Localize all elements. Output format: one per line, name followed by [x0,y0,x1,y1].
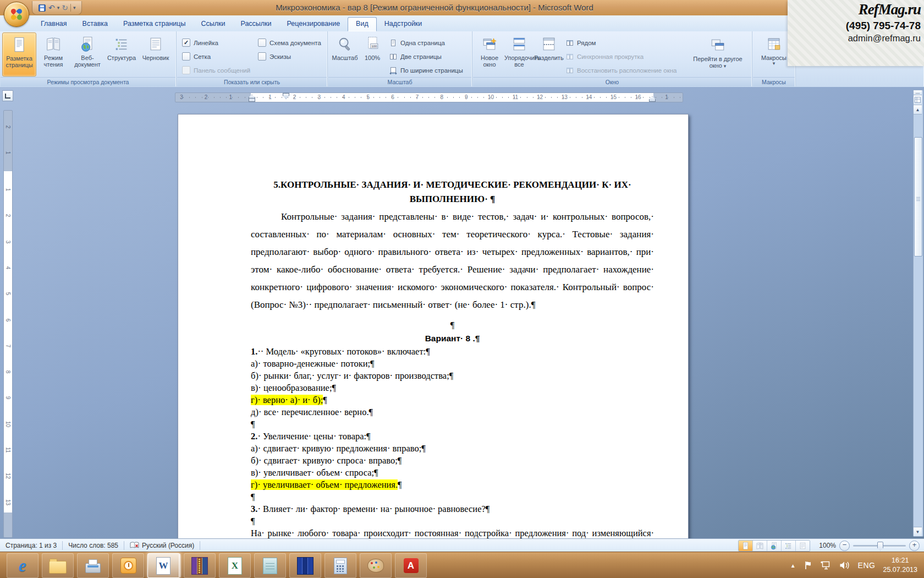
document-line[interactable]: г)· верно· а)· и· б);¶ [251,394,654,406]
taskbar-sticky-notes[interactable] [254,553,286,578]
clock[interactable]: 16:21 25.07.2013 [883,556,921,575]
answer-text: · Увеличение· цены· товара: [257,431,366,441]
scrollbar-thumb[interactable] [914,137,922,257]
gridlines-checkbox[interactable]: Сетка [182,50,250,63]
taskbar-windows-explorer[interactable] [42,553,74,578]
web-layout-button[interactable]: Веб-документ [70,32,105,77]
document-line[interactable]: в)· ценообразование;¶ [251,382,654,394]
customize-qat-icon[interactable]: ▾ [73,5,76,10]
document-line[interactable]: а)· сдвигает· кривую· предложения· вправ… [251,443,654,455]
macros-button[interactable]: Макросы ▾ [756,32,791,77]
taskbar-library[interactable] [289,553,321,578]
taskbar-adobe-reader[interactable]: A [395,553,427,578]
language-indicator[interactable]: ENG [858,561,876,570]
group-show-hide: ✓ЛинейкаСеткаПанель сообщений Схема доку… [177,31,328,86]
save-icon[interactable] [38,4,46,12]
document-line[interactable]: ¶ [251,515,654,527]
office-button[interactable] [4,2,29,27]
document-line[interactable]: а)· товарно-денежные· потоки;¶ [251,358,654,370]
zoom-slider[interactable] [853,545,906,547]
document-page[interactable]: 5.КОНТРОЛЬНЫЕ· ЗАДАНИЯ· И· МЕТОДИЧЕСКИЕ·… [178,114,689,539]
zoom-in-button[interactable]: + [909,541,920,551]
thumbnails-checkbox[interactable]: Эскизы [258,50,321,63]
message-bar-checkbox[interactable]: Панель сообщений [182,63,250,77]
full-screen-reading-button[interactable]: Режим чтения [36,32,70,77]
two-pages-button[interactable]: Две страницы [389,50,463,63]
tab-mailings[interactable]: Рассылки [233,17,279,31]
zoom-100-button[interactable]: 100 100% [360,32,385,77]
tab-page-layout[interactable]: Разметка страницы [116,17,193,31]
document-line[interactable]: 1.·· Модель· «круговых· потоков»· включа… [251,346,654,358]
zoom-level[interactable]: 100% [819,542,836,549]
new-window-button[interactable]: Новое окно [475,32,504,77]
taskbar-word[interactable]: W [147,553,180,578]
network-icon[interactable] [820,560,831,570]
page-width-button[interactable]: По ширине страницы [389,63,463,77]
arrange-all-button[interactable]: Упорядочить все [504,32,534,77]
split-button[interactable]: Разделить [534,32,564,77]
taskbar-paint[interactable] [360,553,392,578]
zoom-out-button[interactable]: − [839,541,850,551]
draft-button[interactable]: Черновик [139,32,173,77]
left-indent-marker[interactable] [249,98,255,102]
undo-icon[interactable]: ↶ [48,4,55,12]
ruler-checkbox[interactable]: ✓Линейка [182,36,250,50]
ribbon: Разметка страницыРежим чтенияВеб-докумен… [0,31,924,88]
view-side-by-side-button[interactable]: Рядом [566,36,681,50]
reset-window-position-button[interactable]: Восстановить расположение окна [566,63,681,77]
taskbar-calculator[interactable] [324,553,356,578]
tab-references[interactable]: Ссылки [193,17,233,31]
tab-stop-selector[interactable] [2,90,13,101]
vertical-ruler[interactable]: 2112345678910111213 [3,110,13,538]
document-line[interactable]: б)· рынки· благ,· услуг· и· факторов· пр… [251,370,654,382]
closing-paragraph: На· рынке· любого· товара· происходит· п… [251,527,654,539]
horizontal-ruler[interactable]: 321123456789101112131415161 [175,92,683,102]
taskbar-fax-and-scan[interactable] [77,553,109,578]
tab-view[interactable]: Вид [348,17,377,31]
outline-view-button[interactable] [782,541,796,551]
document-line[interactable]: ¶ [251,491,654,503]
volume-icon[interactable] [839,561,850,570]
vertical-scrollbar[interactable]: — ▲ ▼ [913,90,923,537]
word-count-status[interactable]: Число слов: 585 [63,539,124,552]
document-map-checkbox[interactable]: Схема документа [258,36,321,50]
one-page-button[interactable]: Одна страница [389,36,463,50]
page-number-status[interactable]: Страница: 1 из 3 [0,539,62,552]
ruler-toggle-button[interactable] [914,95,922,105]
switch-windows-button[interactable]: Перейти в другое окно ▾ [691,34,744,78]
document-line[interactable]: б)· сдвигает· кривую· спроса· вправо;¶ [251,455,654,467]
outline-button[interactable]: Структура [105,32,139,77]
print-layout-view-button[interactable] [739,541,753,551]
document-line[interactable]: 2.· Увеличение· цены· товара:¶ [251,430,654,443]
proofing-status[interactable]: Русский (Россия) [124,539,200,552]
print-layout-button[interactable]: Разметка страницы [2,32,36,77]
document-line[interactable]: г)· увеличивает· объем· предложения.¶ [251,479,654,491]
draft-view-button[interactable] [796,541,810,551]
show-hidden-icons[interactable]: ▲ [790,563,796,569]
tab-home[interactable]: Главная [33,17,75,31]
undo-dropdown-icon[interactable]: ▾ [57,5,60,10]
web-view-button[interactable] [767,541,782,551]
tab-add-ins[interactable]: Надстройки [377,17,430,31]
taskbar-outlook[interactable] [112,553,144,578]
document-line[interactable]: д)· все· перечисленное· верно.¶ [251,406,654,418]
scroll-down-icon[interactable]: ▼ [914,527,922,536]
tab-insert[interactable]: Вставка [75,17,116,31]
taskbar-excel[interactable]: X [219,553,251,578]
scroll-up-icon[interactable]: ▲ [914,105,922,114]
zoom-slider-thumb[interactable] [877,542,883,551]
redo-icon[interactable]: ↻ [62,4,68,12]
split-handle[interactable]: — [914,90,922,95]
tab-review[interactable]: Рецензирование [279,17,348,31]
reading-view-button[interactable] [753,541,767,551]
zoom-button[interactable]: Масштаб [330,32,360,77]
document-line[interactable]: в)· увеличивает· объем· спроса;¶ [251,467,654,479]
two-pages-icon [389,53,397,61]
taskbar-winrar[interactable] [184,553,216,578]
taskbar-internet-explorer[interactable]: e [7,553,38,578]
action-center-flag-icon[interactable] [804,560,812,570]
paragraph-mark: ¶ [421,443,425,454]
document-line[interactable]: 3.· Влияет· ли· фактор· времени· на· рын… [251,503,654,515]
document-line[interactable]: ¶ [251,418,654,430]
synchronous-scrolling-button[interactable]: Синхронная прокрутка [566,50,681,63]
